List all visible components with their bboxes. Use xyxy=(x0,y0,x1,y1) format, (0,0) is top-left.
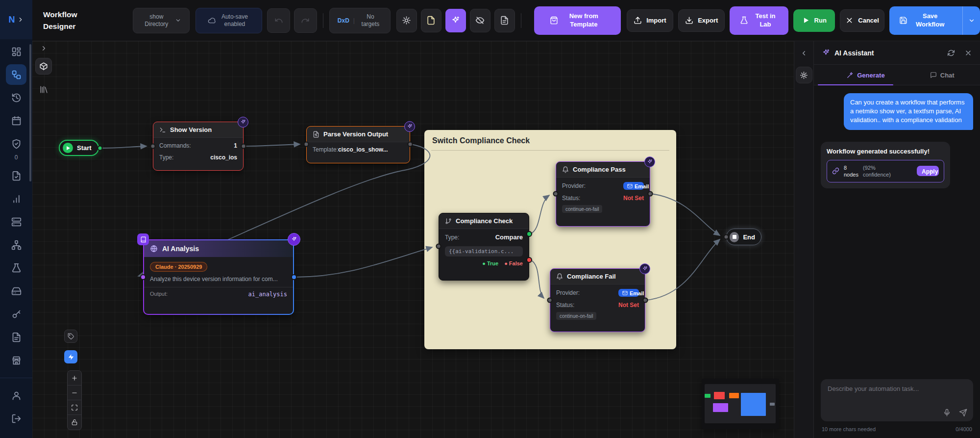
node-compliance-pass[interactable]: Compliance Pass Provider: Email Status: … xyxy=(556,161,650,227)
zoom-in-button[interactable] xyxy=(68,371,81,386)
node-show-version[interactable]: Show Version Commands: 1 Type: cisco_ios xyxy=(153,122,244,171)
directory-select-label: show Directory xyxy=(141,13,172,28)
fit-view-button[interactable] xyxy=(68,400,81,415)
type-label: Type: xyxy=(445,234,459,241)
cancel-button[interactable]: Cancel xyxy=(840,9,884,32)
tab-chat[interactable]: Chat xyxy=(897,65,980,85)
output-label: Output: xyxy=(150,291,168,298)
sidebar-item-network[interactable] xyxy=(6,234,26,255)
sidebar-item-schedule[interactable] xyxy=(6,110,26,131)
palette-blocks-button[interactable] xyxy=(35,58,52,75)
assistant-messages[interactable]: Can you create a workflow that performs … xyxy=(814,85,980,375)
tag-tool-button[interactable] xyxy=(64,330,77,343)
tab-generate[interactable]: Generate xyxy=(814,65,897,85)
mic-button[interactable] xyxy=(943,409,951,417)
sidebar-item-reports[interactable] xyxy=(6,165,26,186)
targets-button[interactable]: DxD | No targets xyxy=(329,8,391,33)
workflow-canvas[interactable]: Switch Compliance Check Start Show xyxy=(32,41,794,438)
sidebar-item-analytics[interactable] xyxy=(6,188,26,209)
ai-sparkles-icon xyxy=(451,16,460,25)
sidebar-item-devices[interactable] xyxy=(6,281,26,301)
node-compliance-fail[interactable]: Compliance Fail Provider: Email Status: … xyxy=(550,268,645,332)
store-icon xyxy=(11,355,22,365)
node-parse-version-output[interactable]: Parse Version Output Template:cisco_ios_… xyxy=(306,126,410,163)
new-from-template-button[interactable]: New from Template xyxy=(534,6,621,35)
sidebar-item-history[interactable] xyxy=(6,87,26,108)
send-button[interactable] xyxy=(959,409,967,417)
task-input-container xyxy=(821,379,973,421)
sidebar-item-store[interactable] xyxy=(6,350,26,370)
sidebar-item-servers[interactable] xyxy=(6,211,26,232)
save-workflow-split-button: Save Workflow xyxy=(889,6,980,35)
zoom-out-button[interactable] xyxy=(68,386,81,400)
file-search-icon xyxy=(313,131,319,138)
refresh-icon[interactable] xyxy=(947,49,955,57)
palette-library-button[interactable] xyxy=(37,82,50,96)
row-value: cisco_ios xyxy=(210,154,237,161)
minimap[interactable] xyxy=(702,379,779,429)
chevron-right-icon xyxy=(929,168,934,174)
sidebar-item-compliance[interactable] xyxy=(6,133,26,154)
row-label: Commands: xyxy=(159,142,191,149)
notes-button[interactable] xyxy=(494,9,515,32)
directory-select[interactable]: show Directory xyxy=(133,8,190,33)
apply-label: Apply xyxy=(922,168,927,174)
app-logo[interactable]: N xyxy=(0,0,32,39)
sidebar-item-docs[interactable] xyxy=(6,327,26,347)
save-workflow-button[interactable]: Save Workflow xyxy=(889,12,958,29)
node-end[interactable]: End xyxy=(726,229,761,245)
sidebar-item-credentials[interactable] xyxy=(6,304,26,324)
minimap-node-end xyxy=(770,403,775,406)
close-icon[interactable] xyxy=(964,49,972,57)
panel-collapse-button[interactable] xyxy=(798,47,810,59)
tab-generate-label: Generate xyxy=(857,72,864,78)
template-value: cisco_ios_show... xyxy=(338,146,388,153)
ai-assistant-toggle-button[interactable] xyxy=(445,9,466,32)
git-branch-icon xyxy=(445,218,452,225)
run-button[interactable]: Run xyxy=(793,9,835,32)
redo-button[interactable] xyxy=(294,8,317,33)
logo-chevron-icon xyxy=(17,16,24,23)
save-workflow-label: Save Workflow xyxy=(912,12,948,29)
sidebar-item-lab[interactable] xyxy=(6,258,26,278)
apply-workflow-button[interactable]: Apply xyxy=(917,166,939,176)
unlock-icon xyxy=(71,419,78,426)
edge-ai-analysis-compliance-check xyxy=(295,247,432,277)
save-options-dropdown[interactable] xyxy=(962,6,980,35)
settings-button[interactable] xyxy=(396,9,417,32)
bell-icon xyxy=(556,273,563,280)
chevron-left-icon xyxy=(800,50,808,57)
logo-text: N xyxy=(9,15,15,25)
test-in-lab-button[interactable]: Test in Lab xyxy=(730,6,788,35)
sidebar-item-workflows[interactable] xyxy=(6,64,26,85)
status-label: Status: xyxy=(556,302,574,309)
minimap-node-start xyxy=(705,394,710,398)
undo-button[interactable] xyxy=(267,8,290,33)
node-title: Show Version xyxy=(170,126,212,133)
hide-button[interactable] xyxy=(470,9,490,32)
quick-actions-button[interactable] xyxy=(64,350,77,363)
continue-on-fail-tag: continue-on-fail xyxy=(562,205,602,213)
tag-icon xyxy=(68,333,74,340)
node-ai-analysis[interactable]: AI Analysis Claude · 20250929 Analyze th… xyxy=(143,239,294,315)
knowledge-badge xyxy=(137,233,149,245)
file-button[interactable] xyxy=(421,9,441,32)
node-compliance-check[interactable]: Compliance Check Type: Compare {{ai-vali… xyxy=(439,213,529,281)
confidence: (92% confidence) xyxy=(863,164,891,179)
sidebar-item-profile[interactable] xyxy=(6,385,26,406)
node-start[interactable]: Start xyxy=(59,140,99,156)
status-value: Not Set xyxy=(623,195,644,202)
sidebar-scrollbar[interactable] xyxy=(29,44,31,181)
cloud-icon xyxy=(208,17,216,25)
sidebar-item-dashboard[interactable] xyxy=(6,41,26,62)
lock-button[interactable] xyxy=(68,415,81,430)
chevron-down-icon xyxy=(175,17,181,24)
notes-icon xyxy=(500,16,509,25)
email-provider-badge: Email xyxy=(618,289,639,297)
book-icon xyxy=(140,236,147,243)
export-button[interactable]: Export xyxy=(678,9,725,32)
import-button[interactable]: Import xyxy=(627,9,673,32)
panel-settings-button[interactable] xyxy=(796,67,812,83)
sidebar-item-logout[interactable] xyxy=(6,408,26,429)
palette-expand-button[interactable] xyxy=(38,42,49,54)
